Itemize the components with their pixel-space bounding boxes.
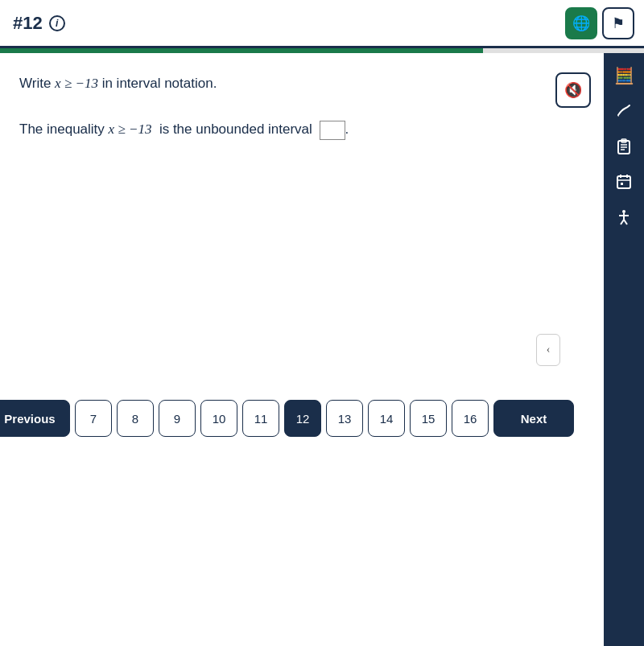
page-12-button[interactable]: 12: [284, 400, 321, 437]
page-14-button[interactable]: 14: [368, 400, 405, 437]
right-sidebar: 🧮: [604, 53, 644, 646]
answer-math: x ≥ −13: [109, 121, 152, 137]
audio-icon: 🔇: [564, 81, 582, 99]
page-13-button[interactable]: 13: [326, 400, 363, 437]
handwriting-icon[interactable]: [608, 95, 640, 127]
calendar-icon[interactable]: [608, 166, 640, 198]
previous-button[interactable]: Previous: [0, 400, 70, 437]
globe-icon: 🌐: [572, 14, 590, 32]
answer-text: The inequality x ≥ −13 is the unbounded …: [19, 118, 584, 140]
accessibility-icon[interactable]: [608, 201, 640, 233]
audio-button[interactable]: 🔇: [555, 72, 591, 108]
answer-input-box[interactable]: [320, 121, 345, 140]
svg-line-14: [624, 220, 627, 224]
content-area: 🔇 Write x ≥ −13 in interval notation. Th…: [0, 53, 604, 646]
calculator-icon[interactable]: 🧮: [608, 60, 640, 92]
collapse-icon: ‹: [547, 344, 551, 356]
question-text: Write x ≥ −13 in interval notation.: [19, 72, 584, 94]
header: #12 i 🌐 ⚑: [0, 0, 644, 48]
globe-button[interactable]: 🌐: [565, 7, 597, 39]
svg-rect-9: [621, 183, 623, 185]
flag-button[interactable]: ⚑: [602, 7, 634, 39]
info-icon[interactable]: i: [49, 15, 65, 31]
page-11-button[interactable]: 11: [242, 400, 279, 437]
page-9-button[interactable]: 9: [159, 400, 196, 437]
page-10-button[interactable]: 10: [200, 400, 237, 437]
header-right: 🌐 ⚑: [565, 7, 634, 39]
next-button[interactable]: Next: [493, 400, 574, 437]
svg-rect-5: [617, 176, 630, 188]
question-math: x ≥ −13: [55, 76, 98, 91]
flag-icon: ⚑: [612, 14, 625, 32]
pagination-bar: Previous 7 8 9 10 11 12 13 14 15 16 Next: [0, 400, 564, 437]
clipboard-icon[interactable]: [608, 130, 640, 163]
main-content: 🔇 Write x ≥ −13 in interval notation. Th…: [0, 53, 644, 646]
page-7-button[interactable]: 7: [75, 400, 112, 437]
page-8-button[interactable]: 8: [117, 400, 154, 437]
problem-number: #12: [13, 13, 43, 34]
page-15-button[interactable]: 15: [410, 400, 447, 437]
header-left: #12 i: [13, 13, 65, 34]
collapse-button[interactable]: ‹: [536, 334, 560, 366]
svg-point-10: [622, 210, 625, 213]
page-16-button[interactable]: 16: [452, 400, 489, 437]
